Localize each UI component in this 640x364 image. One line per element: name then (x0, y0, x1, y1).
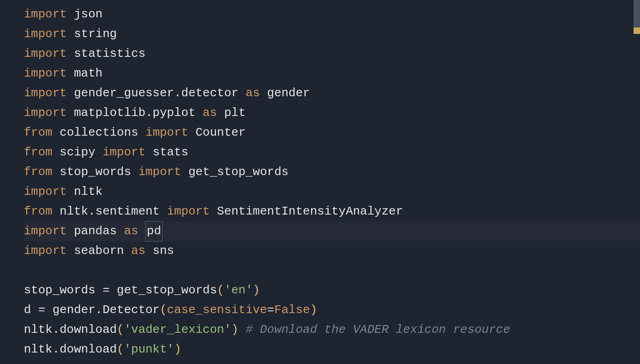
code-token (52, 143, 60, 162)
code-token: nltk.download (24, 320, 117, 340)
code-token: get_stop_words (110, 281, 217, 300)
code-token: = (38, 300, 45, 320)
code-token (52, 162, 60, 182)
code-token: pandas (74, 221, 117, 241)
code-token: as (203, 103, 217, 123)
code-token (124, 241, 131, 261)
code-token: nltk.sentiment (60, 202, 160, 221)
code-token: import (24, 182, 67, 202)
code-token (67, 221, 74, 241)
code-token: import (24, 83, 67, 103)
code-token: as (124, 221, 138, 241)
code-editor[interactable]: import jsonimport stringimport statistic… (0, 0, 640, 364)
code-token: import (24, 221, 67, 241)
code-line[interactable]: from nltk.sentiment import SentimentInte… (24, 202, 640, 221)
code-token: ) (174, 340, 182, 359)
code-token: gender (267, 83, 310, 103)
code-token: stop_words (24, 281, 103, 300)
code-line[interactable]: from scipy import stats (24, 143, 640, 162)
code-token: as (246, 83, 260, 103)
code-line[interactable]: import string (24, 24, 640, 44)
code-token: Counter (196, 123, 246, 143)
code-token: stats (153, 143, 188, 162)
code-token: import (167, 202, 210, 221)
code-token: ( (117, 340, 124, 359)
code-token: from (24, 123, 52, 143)
code-container[interactable]: import jsonimport stringimport statistic… (24, 5, 640, 359)
code-token: from (24, 162, 52, 182)
code-token: import (24, 103, 67, 123)
code-token (67, 83, 74, 103)
code-token (138, 221, 146, 241)
minimap-highlight-marker (634, 28, 640, 34)
code-token: math (74, 64, 102, 83)
code-token (238, 83, 246, 103)
code-token: nltk.download (24, 340, 117, 359)
code-token (260, 83, 267, 103)
code-token (52, 202, 60, 221)
code-line[interactable]: import statistics (24, 44, 640, 64)
code-token: ( (217, 281, 224, 300)
code-token: import (24, 5, 67, 24)
code-token: as (131, 241, 145, 261)
code-token: from (24, 143, 52, 162)
code-token: ) (310, 300, 317, 320)
code-token: import (24, 44, 67, 64)
code-line[interactable]: nltk.download('vader_lexicon') # Downloa… (24, 320, 640, 340)
code-token (117, 221, 124, 241)
code-token: import (145, 123, 188, 143)
code-token: collections (60, 123, 138, 143)
code-token: stop_words (60, 162, 131, 182)
code-token (217, 103, 224, 123)
code-token (181, 162, 188, 182)
code-token: from (24, 202, 52, 221)
code-token (95, 143, 103, 162)
scrollbar-thumb[interactable] (634, 0, 640, 28)
code-token (67, 182, 74, 202)
code-line[interactable]: stop_words = get_stop_words('en') (24, 281, 640, 300)
code-line[interactable]: import seaborn as sns (24, 241, 640, 261)
code-token: ( (117, 320, 124, 340)
code-line[interactable]: import math (24, 64, 640, 83)
code-token: # Download the VADER lexicon resource (246, 320, 510, 340)
code-token: json (74, 5, 102, 24)
code-token: gender_guesser.detector (74, 83, 238, 103)
code-token: ( (160, 300, 167, 320)
code-line[interactable] (24, 261, 640, 281)
code-line[interactable]: import matplotlib.pyplot as plt (24, 103, 640, 123)
code-token: matplotlib.pyplot (74, 103, 195, 123)
code-token: import (24, 241, 67, 261)
code-token (138, 123, 146, 143)
code-line[interactable]: import pandas as pd (24, 221, 640, 241)
code-line[interactable]: d = gender.Detector(case_sensitive=False… (24, 300, 640, 320)
code-token: ) (253, 281, 260, 300)
scrollbar-track[interactable] (634, 0, 640, 364)
code-line[interactable]: import nltk (24, 182, 640, 202)
code-token: statistics (74, 44, 145, 64)
code-line[interactable]: from stop_words import get_stop_words (24, 162, 640, 182)
code-line[interactable]: import gender_guesser.detector as gender (24, 83, 640, 103)
code-token: pd (145, 221, 162, 242)
code-token (238, 320, 246, 340)
code-line[interactable]: import json (24, 5, 640, 24)
code-token: string (74, 24, 117, 44)
code-token: ) (232, 320, 239, 340)
code-token (67, 24, 74, 44)
code-token: get_stop_words (188, 162, 288, 182)
code-token: 'en' (224, 281, 253, 300)
code-token: case_sensitive (167, 300, 267, 320)
code-token (145, 241, 153, 261)
code-line[interactable]: nltk.download('punkt') (24, 340, 640, 359)
code-token: nltk (74, 182, 102, 202)
code-token (210, 202, 217, 221)
code-token: seaborn (74, 241, 124, 261)
code-token: import (103, 143, 146, 162)
code-token (188, 123, 196, 143)
code-line[interactable]: from collections import Counter (24, 123, 640, 143)
code-token (52, 123, 60, 143)
code-token (145, 143, 153, 162)
code-token (67, 44, 74, 64)
code-token: 'vader_lexicon' (124, 320, 231, 340)
code-token: scipy (60, 143, 95, 162)
code-token: SentimentIntensityAnalyzer (217, 202, 403, 221)
